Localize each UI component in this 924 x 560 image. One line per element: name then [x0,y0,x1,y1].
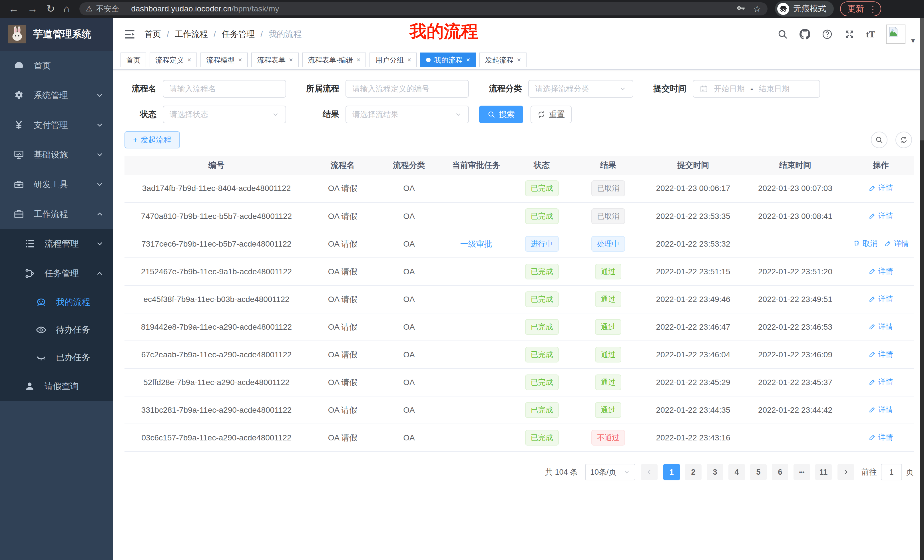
sidebar-item-基础设施[interactable]: 基础设施 [0,140,113,169]
breadcrumb-item[interactable]: 工作流程 [175,28,208,40]
search-icon[interactable] [777,28,788,40]
cell-category: OA [377,175,441,202]
home-icon[interactable]: ⌂ [63,4,70,14]
pencil-icon [868,323,876,330]
category-select[interactable]: 请选择流程分类 [528,80,633,97]
close-icon[interactable]: × [517,57,521,63]
breadcrumb-separator: / [167,30,169,39]
close-icon[interactable]: × [466,57,470,63]
detail-link[interactable]: 详情 [868,377,893,387]
update-button[interactable]: 更新 ⋮ [840,1,881,16]
column-header: 提交时间 [644,156,742,175]
detail-link[interactable]: 详情 [868,211,893,221]
sidebar-item-首页[interactable]: 首页 [0,51,113,81]
page-button-1[interactable]: 1 [663,464,680,481]
reset-button[interactable]: 重置 [531,106,572,123]
show-search-toggle-button[interactable] [871,132,888,148]
close-icon[interactable]: × [188,57,191,63]
detail-link[interactable]: 详情 [868,294,893,304]
detail-link[interactable]: 详情 [868,266,893,276]
breadcrumb-item[interactable]: 任务管理 [222,28,255,40]
cell-status: 已完成 [511,175,573,202]
fullscreen-icon[interactable] [844,28,855,40]
bookmark-star-icon[interactable]: ☆ [753,3,761,14]
result-select[interactable]: 请选择流结果 [345,106,469,123]
key-icon[interactable] [736,4,746,13]
cell-result: 通过 [573,258,644,285]
close-icon[interactable]: × [289,57,293,63]
close-icon[interactable]: × [238,57,242,63]
sidebar-item-label: 请假查询 [45,380,79,392]
cell-process-name: OA 请假 [308,285,377,313]
detail-link[interactable]: 详情 [868,405,893,415]
status-select[interactable]: 请选择状态 [163,106,286,123]
tab-用户分组[interactable]: 用户分组× [369,52,417,67]
close-icon[interactable]: × [407,57,411,63]
forward-icon[interactable]: → [27,4,38,14]
page-button-2[interactable]: 2 [685,464,702,481]
page-button-5[interactable]: 5 [750,464,766,481]
current-task-link[interactable]: 一级审批 [460,240,492,248]
close-icon[interactable]: × [356,57,360,63]
security-warning[interactable]: ⚠ 不安全 [86,4,119,14]
column-header: 流程名 [308,156,377,175]
chevron-down-icon [623,469,630,476]
tab-我的流程[interactable]: 我的流程× [420,52,476,67]
page-button-3[interactable]: 3 [707,464,723,481]
sidebar-item-任务管理[interactable]: 任务管理 [0,259,113,288]
detail-link[interactable]: 详情 [868,322,893,332]
page-button-11[interactable]: 11 [815,464,832,481]
app-logo-row[interactable]: 芋道管理系统 [0,18,113,51]
page-size-select[interactable]: 10条/页 [585,464,635,481]
refresh-table-button[interactable] [896,132,912,148]
tab-流程模型[interactable]: 流程模型× [201,52,248,67]
next-page-button[interactable] [837,464,854,481]
start-process-button[interactable]: + 发起流程 [124,131,180,148]
window-scrollbar[interactable] [920,18,924,560]
back-icon[interactable]: ← [9,4,19,14]
prev-page-button[interactable] [641,464,658,481]
detail-link[interactable]: 详情 [884,239,909,249]
sidebar-item-支付管理[interactable]: 支付管理 [0,110,113,140]
cancel-link[interactable]: 取消 [853,239,878,249]
detail-link[interactable]: 详情 [868,349,893,359]
github-icon[interactable] [799,28,811,40]
sidebar-item-系统管理[interactable]: 系统管理 [0,81,113,110]
tab-流程表单[interactable]: 流程表单× [251,52,298,67]
goto-page-input[interactable]: 1 [881,464,902,481]
page-button-4[interactable]: 4 [728,464,745,481]
detail-link[interactable]: 详情 [868,183,893,193]
cell-end-time: 2022-01-22 23:51:20 [742,258,848,285]
sidebar-item-待办任务[interactable]: 待办任务 [0,316,113,344]
action-label: 详情 [878,322,893,332]
tab-流程定义[interactable]: 流程定义× [150,52,197,67]
tab-发起流程[interactable]: 发起流程× [479,52,526,67]
tab-流程表单-编辑[interactable]: 流程表单-编辑× [302,52,366,67]
process-def-input[interactable]: 请输入流程定义的编号 [345,80,469,97]
cell-end-time: 2022-01-22 23:49:51 [742,285,848,313]
user-menu-caret-icon[interactable]: ▾ [911,36,915,45]
sidebar-item-研发工具[interactable]: 研发工具 [0,169,113,199]
reload-icon[interactable]: ↻ [46,4,55,14]
search-button[interactable]: 搜索 [479,106,523,123]
breadcrumb-item[interactable]: 首页 [144,28,161,40]
sidebar-item-请假查询[interactable]: 请假查询 [0,371,113,401]
sidebar-item-工作流程[interactable]: 工作流程 [0,199,113,229]
process-name-input[interactable]: 请输入流程名 [163,80,286,97]
address-bar[interactable]: ⚠ 不安全 dashboard.yudao.iocoder.cn /bpm/ta… [80,2,768,15]
help-icon[interactable] [822,28,833,40]
browser-menu-icon[interactable]: ⋮ [868,4,877,14]
detail-link[interactable]: 详情 [868,433,893,442]
avatar[interactable] [886,24,906,44]
tab-首页[interactable]: 首页 [120,52,146,67]
briefcase-icon [13,208,25,220]
page-button-6[interactable]: 6 [772,464,788,481]
more-pages-button[interactable]: ••• [794,464,810,481]
sidebar-item-已办任务[interactable]: 已办任务 [0,344,113,371]
sidebar-item-我的流程[interactable]: 我的流程 [0,288,113,316]
hamburger-icon[interactable] [123,28,136,40]
sidebar-item-流程管理[interactable]: 流程管理 [0,229,113,259]
tags-view-bar: 首页流程定义×流程模型×流程表单×流程表单-编辑×用户分组×我的流程×发起流程× [113,51,924,70]
submit-time-range-picker[interactable]: 开始日期 - 结束日期 [693,80,820,97]
font-size-icon[interactable]: tT [866,29,875,40]
